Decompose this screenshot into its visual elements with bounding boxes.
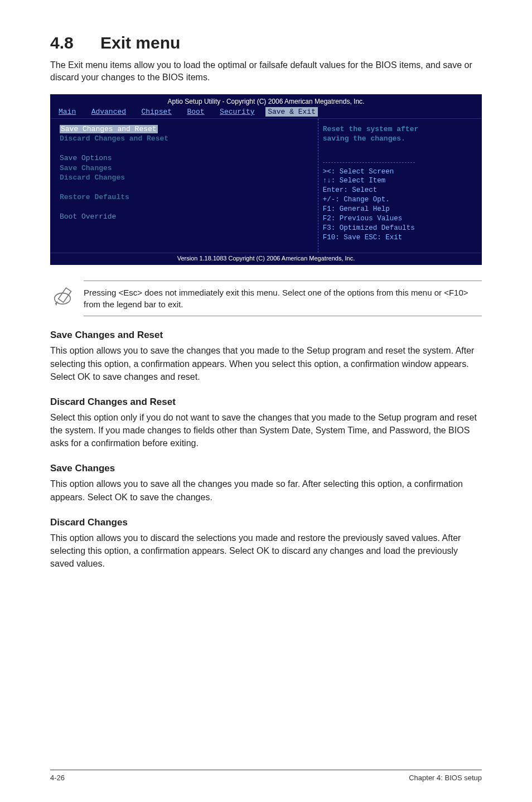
bios-right-pane: Reset the system after saving the change… [318,119,481,253]
bios-window: Aptio Setup Utility - Copyright (C) 2006… [50,94,482,265]
bios-tab-boot[interactable]: Boot [187,108,204,116]
section-name: Exit menu [100,33,180,52]
note-text: Pressing <Esc> does not immediately exit… [84,281,482,316]
footer-chapter: Chapter 4: BIOS setup [409,774,482,782]
bios-item-discard-changes[interactable]: Discard Changes [60,173,309,183]
bios-legend-1: ><: Select Screen [323,167,415,177]
page-footer: 4-26 Chapter 4: BIOS setup [50,770,482,782]
bios-legend-2: ↑↓: Select Item [323,176,415,186]
bios-legend-5: F1: General Help [323,205,415,214]
bios-tab-main[interactable]: Main [59,108,76,116]
bios-item-restore-defaults[interactable]: Restore Defaults [60,192,309,202]
intro-paragraph: The Exit menu items allow you to load th… [50,59,482,84]
section-title: 4.8Exit menu [50,33,482,52]
bios-legend: ><: Select Screen ↑↓: Select Item Enter:… [323,158,415,243]
bios-legend-4: +/-: Change Opt. [323,195,415,205]
pencil-icon [50,285,84,312]
bios-item-save-changes[interactable]: Save Changes [60,163,309,173]
bios-tab-security[interactable]: Security [220,108,254,116]
bios-tab-advanced[interactable]: Advanced [91,108,126,116]
bios-group-save-options: Save Options [60,153,309,163]
body-discard-changes-reset: Select this option only if you do not wa… [50,411,482,450]
bios-legend-7: F3: Optimized Defaults [323,224,415,233]
bios-item-discard-reset[interactable]: Discard Changes and Reset [60,134,309,144]
bios-legend-3: Enter: Select [323,186,415,195]
section-number: 4.8 [50,33,74,52]
bios-help-line2: saving the changes. [323,134,472,144]
bios-item-boot-override[interactable]: Boot Override [60,212,309,222]
bios-tab-row: Main Advanced Chipset Boot Security Save… [51,107,481,119]
bios-item-save-reset[interactable]: Save Changes and Reset [60,125,158,133]
bios-tab-chipset[interactable]: Chipset [141,108,172,116]
heading-save-changes-reset: Save Changes and Reset [50,330,482,341]
note-block: Pressing <Esc> does not immediately exit… [50,281,482,316]
bios-tab-save-exit[interactable]: Save & Exit [265,107,318,117]
bios-legend-6: F2: Previous Values [323,214,415,224]
bios-help-line1: Reset the system after [323,124,472,134]
heading-discard-changes-reset: Discard Changes and Reset [50,397,482,408]
bios-titlebar: Aptio Setup Utility - Copyright (C) 2006… [51,95,481,107]
body-save-changes-reset: This option allows you to save the chang… [50,344,482,383]
heading-discard-changes: Discard Changes [50,517,482,528]
heading-save-changes: Save Changes [50,463,482,474]
bios-left-pane: Save Changes and Reset Discard Changes a… [51,119,318,253]
footer-page-number: 4-26 [50,774,65,782]
bios-version-bar: Version 1.18.1083 Copyright (C) 2006 Ame… [51,253,481,265]
body-discard-changes: This option allows you to discard the se… [50,532,482,571]
bios-legend-8: F10: Save ESC: Exit [323,233,415,243]
body-save-changes: This option allows you to save all the c… [50,477,482,503]
